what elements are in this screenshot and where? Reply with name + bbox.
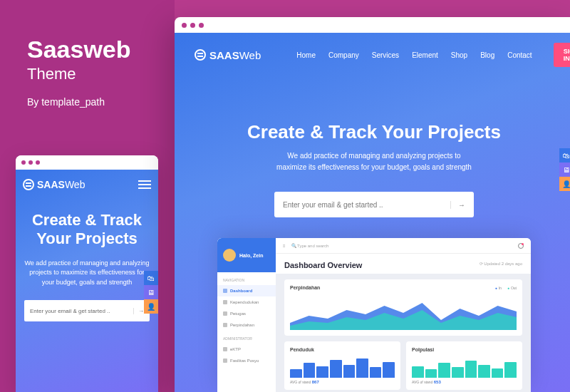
desktop-headline: Create & Track Your Projects <box>175 121 570 143</box>
nav-links: Home Company Services Element Shop Blog … <box>296 51 532 59</box>
mobile-headline: Create & Track Your Projects <box>23 211 151 249</box>
card-polpulasi: Polpulasi AVG of stand 653 <box>406 341 522 390</box>
desktop-preview: SAASWeb Home Company Services Element Sh… <box>175 17 570 392</box>
card-title: Polpulasi <box>412 347 434 352</box>
mobile-submit-arrow[interactable]: → <box>133 308 144 314</box>
theme-type: Theme <box>27 65 131 83</box>
logo-icon <box>23 179 34 190</box>
mobile-email-input[interactable]: Enter your email & get started .. → <box>24 300 150 321</box>
dashboard-updated: ⟳ Updated 2 days ago <box>480 261 522 269</box>
card-title: Penduduk <box>290 347 314 352</box>
email-placeholder: Enter your email & get started .. <box>283 201 383 209</box>
mobile-floating-icons: 🛍 🖥 👤 <box>144 271 158 314</box>
bar-chart <box>290 356 395 378</box>
card-penduduk: Penduduk AVG of stand 867 <box>284 341 400 390</box>
desktop-logo[interactable]: SAASWeb <box>195 49 261 61</box>
bar-chart <box>412 356 517 378</box>
submit-arrow[interactable]: → <box>450 201 465 209</box>
desktop-window-dots <box>175 17 570 33</box>
monitor-icon[interactable]: 🖥 <box>144 285 158 299</box>
monitor-icon[interactable]: 🖥 <box>559 163 570 177</box>
sidebar-item[interactable]: eKTP <box>217 344 276 355</box>
dashboard-mockup: Halo, Zein NAVIGATION Dashboard Kependud… <box>217 238 531 392</box>
sidebar-item[interactable]: Perpindahan <box>217 319 276 331</box>
theme-author: By template_path <box>27 96 131 108</box>
sidebar-item-dashboard[interactable]: Dashboard <box>217 285 276 296</box>
theme-title-block: Saasweb Theme By template_path <box>27 36 131 108</box>
area-chart <box>290 294 517 330</box>
dashboard-topbar: ≡ 🔍 Type and search <box>276 238 531 254</box>
mobile-email-placeholder: Enter your email & get started .. <box>30 308 110 314</box>
nav-company[interactable]: Company <box>328 51 359 59</box>
logo-icon <box>195 49 206 61</box>
bag-icon[interactable]: 🛍 <box>144 271 158 285</box>
bag-icon[interactable]: 🛍 <box>559 148 570 163</box>
signin-button[interactable]: SIGN IN <box>554 43 570 67</box>
desktop-subhead: We add practice of managing and analyzin… <box>175 150 570 173</box>
sidebar-item[interactable]: Petugas <box>217 308 276 319</box>
bell-icon[interactable] <box>518 243 524 249</box>
theme-name: Saasweb <box>27 36 131 63</box>
mobile-subhead: We add practice of managing and analyzin… <box>23 259 151 288</box>
sidebar-section: ADMINISTRATOR <box>217 331 276 344</box>
email-input[interactable]: Enter your email & get started .. → <box>274 192 474 217</box>
profile-block[interactable]: Halo, Zein <box>217 238 276 272</box>
desktop-floating-icons: 🛍 🖥 👤 <box>559 148 570 191</box>
mobile-preview: SAASWeb Create & Track Your Projects We … <box>16 155 158 392</box>
card-perpindahan: Perpindahan InOut <box>284 279 522 336</box>
mobile-logo[interactable]: SAASWeb <box>23 179 85 190</box>
dashboard-search[interactable]: 🔍 Type and search <box>291 243 512 248</box>
card-title: Perpindahan <box>290 285 320 290</box>
nav-element[interactable]: Element <box>412 51 438 59</box>
hamburger-icon[interactable] <box>138 178 151 191</box>
sidebar-section: NAVIGATION <box>217 272 276 285</box>
user-icon[interactable]: 👤 <box>559 177 570 191</box>
nav-services[interactable]: Services <box>372 51 399 59</box>
mobile-window-dots <box>16 155 158 170</box>
nav-contact[interactable]: Contact <box>507 51 532 59</box>
sidebar-item[interactable]: Kependudukan <box>217 296 276 308</box>
dashboard-sidebar: Halo, Zein NAVIGATION Dashboard Kependud… <box>217 238 276 392</box>
nav-blog[interactable]: Blog <box>480 51 494 59</box>
sidebar-item[interactable]: Fasilitas Posyo <box>217 355 276 366</box>
nav-home[interactable]: Home <box>296 51 316 59</box>
dashboard-title: Dashboard Overview <box>284 261 362 269</box>
avatar <box>223 249 236 262</box>
nav-shop[interactable]: Shop <box>451 51 467 59</box>
user-icon[interactable]: 👤 <box>144 299 158 314</box>
profile-name: Halo, Zein <box>239 253 263 258</box>
